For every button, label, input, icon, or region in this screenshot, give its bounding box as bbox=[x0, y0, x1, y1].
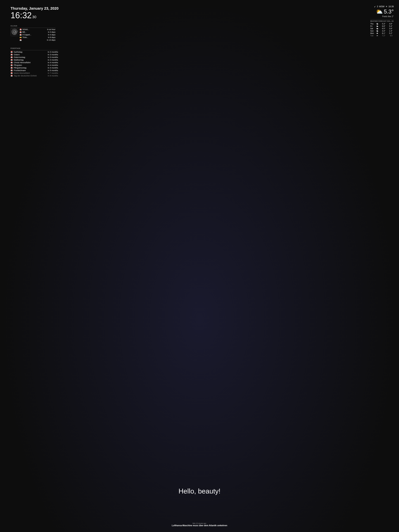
icloud-section: ICLOUD bbox=[11, 25, 55, 42]
forecast-high: 5.3° bbox=[382, 23, 385, 25]
icloud-item-time: In 13 days bbox=[47, 39, 55, 41]
forecast-low: 5.4° bbox=[389, 25, 393, 27]
feiertage-item: 📅 Mariä Himmelfahrt In 7 months bbox=[11, 72, 58, 74]
weather-temp-large: ⛅ 5.3° bbox=[370, 8, 394, 15]
forecast-row: Fri 🌥 6.8° 5.4° bbox=[370, 25, 394, 27]
forecast-high: 6.5° bbox=[382, 27, 385, 30]
forecast-day: Fri bbox=[370, 25, 372, 27]
icloud-item-left: 📅 Bill... bbox=[19, 31, 47, 33]
feiertage-item-left: 📅 Pfingsten bbox=[11, 64, 22, 66]
forecast-icon: 🌥 bbox=[376, 25, 378, 27]
feiertage-item-name: Pfingstmontag bbox=[14, 67, 26, 69]
feiertage-item-time: In 7 months bbox=[48, 72, 58, 74]
feiertage-items: 📅 Karfreitag In 3 months 📅 Ostern In 3 m… bbox=[11, 50, 58, 77]
feiertage-item-name: Ostermontag bbox=[14, 56, 25, 58]
forecast-low: 4.5 bbox=[390, 35, 393, 37]
icloud-item: 📅 Bill... In 3 days bbox=[19, 31, 55, 33]
calendar-icon: 📅 bbox=[11, 59, 13, 61]
weather-widget: ➹ 3 WSW ☀ 16:39 ⛅ 5.3° Feels like 2° WEA… bbox=[370, 5, 394, 37]
news-source: Welt, 32 minutes ago: bbox=[40, 522, 359, 524]
feiertage-item-name: Christi Himmelfahrt bbox=[14, 61, 31, 63]
forecast-title: WEATHER FORECAST KIEL, DE bbox=[370, 20, 394, 22]
forecast-row: Tue 🌧 7.2° 4.5 bbox=[370, 35, 394, 37]
calendar-icon: 📅 bbox=[11, 56, 13, 58]
forecast-day: Tue bbox=[370, 35, 374, 37]
icloud-album-art bbox=[11, 28, 19, 36]
feiertage-item-left: 📅 Ostermontag bbox=[11, 56, 25, 58]
forecast-day: Sun bbox=[370, 30, 374, 32]
feiertage-section: FEIERTAGE 📅 Karfreitag In 3 months 📅 Ost… bbox=[11, 48, 58, 77]
weather-forecast: WEATHER FORECAST KIEL, DE Thu 🌥 5.3° 4.6… bbox=[370, 19, 394, 37]
feiertage-item-left: 📅 Christi Himmelfahrt bbox=[11, 61, 31, 63]
time-display: 16:3230 bbox=[11, 11, 59, 19]
forecast-day: Sat bbox=[370, 27, 373, 30]
feiertage-item-time: In 4 months bbox=[48, 67, 58, 69]
calendar-icon: 📅 bbox=[11, 64, 13, 66]
hello-text: Hello, beauty! bbox=[178, 487, 221, 495]
feiertage-item-time: In 4 months bbox=[48, 61, 58, 63]
icloud-item: 📅 In 13 days bbox=[19, 39, 55, 41]
feiertage-item: 📅 Tag der deutschen Einheit In 8 months bbox=[11, 75, 58, 77]
feiertage-item-name: Mariä Himmelfahrt bbox=[14, 72, 30, 74]
icloud-items: 📅 Schnit... In an hour 📅 Bill... In 3 da… bbox=[11, 28, 55, 42]
weather-current-row: ➹ 3 WSW ☀ 16:39 bbox=[370, 5, 394, 8]
icloud-item-left: 🎫 Ticke... bbox=[19, 36, 47, 38]
forecast-high: 8.1° bbox=[382, 32, 385, 34]
forecast-row: Thu 🌥 5.3° 4.6° bbox=[370, 23, 394, 25]
forecast-icon: 🌥 bbox=[376, 23, 378, 25]
calendar-icon: 📅 bbox=[11, 75, 13, 77]
icloud-item: 📅 d Cappel... In 4 days bbox=[19, 34, 55, 36]
forecast-high: 6.8° bbox=[382, 25, 385, 27]
feiertage-item: 📅 Pfingsten In 4 months bbox=[11, 64, 58, 66]
calendar-icon: 📅 bbox=[19, 31, 22, 33]
current-temp: 5.3° bbox=[384, 8, 394, 15]
calendar-icon: 📅 bbox=[11, 51, 13, 53]
icloud-item-name: Bill... bbox=[22, 31, 26, 33]
feiertage-item: 📅 Christi Himmelfahrt In 4 months bbox=[11, 61, 58, 63]
feiertage-item: 📅 Karfreitag In 3 months bbox=[11, 51, 58, 53]
icloud-item-left: 📅 Schnit... bbox=[19, 28, 46, 31]
forecast-row: Sun 🌥 4.4° 1.3° bbox=[370, 30, 394, 32]
icloud-item-time: In 3 days bbox=[48, 31, 55, 33]
forecast-low: 5.2° bbox=[389, 32, 393, 34]
forecast-icon: 🌥 bbox=[376, 27, 378, 30]
forecast-icon: 🌧 bbox=[376, 32, 378, 34]
feiertage-title: FEIERTAGE bbox=[11, 48, 58, 49]
forecast-high: 7.2° bbox=[382, 35, 385, 37]
cloud-icon: ⛅ bbox=[376, 8, 383, 15]
icloud-item: 🎫 Ticke... In 8 days bbox=[19, 36, 55, 38]
forecast-row: Mon 🌧 8.1° 5.2° bbox=[370, 32, 394, 34]
feiertage-item-left: 📅 Fronleichnam bbox=[11, 69, 26, 71]
feiertage-item-time: In 3 months bbox=[48, 51, 58, 53]
news-headline: Lufthansa-Maschine muss über dem Atlanti… bbox=[40, 524, 359, 527]
forecast-icon: 🌥 bbox=[376, 30, 378, 32]
icloud-item-name: d Cappel... bbox=[22, 34, 32, 36]
forecast-low: 3.9° bbox=[389, 27, 393, 30]
feiertage-item-time: In 4 months bbox=[48, 64, 58, 66]
forecast-icon: 🌧 bbox=[376, 35, 378, 37]
feiertage-item-left: 📅 Ostern bbox=[11, 53, 20, 56]
forecast-low: 1.3° bbox=[389, 30, 393, 32]
feiertage-item: 📅 Maifeiertag In 3 months bbox=[11, 59, 58, 61]
feiertage-item-name: Fronleichnam bbox=[14, 69, 26, 71]
feiertage-item-name: Karfreitag bbox=[14, 51, 22, 53]
feiertage-item-left: 📅 Maifeiertag bbox=[11, 59, 24, 61]
icloud-item-name: Schnit... bbox=[22, 28, 29, 31]
sun-icon: ☀ bbox=[386, 5, 387, 8]
feiertage-item: 📅 Fronleichnam In 5 months bbox=[11, 69, 58, 71]
forecast-day: Mon bbox=[370, 32, 374, 34]
icloud-item-time: In an hour bbox=[47, 28, 55, 31]
calendar-icon: 📅 bbox=[11, 67, 13, 69]
feiertage-item-name: Pfingsten bbox=[14, 64, 22, 66]
calendar-icon: 📅 bbox=[19, 34, 22, 36]
icloud-title: ICLOUD bbox=[11, 25, 55, 27]
feiertage-item-time: In 5 months bbox=[48, 69, 58, 71]
feiertage-item: 📅 Ostern In 3 months bbox=[11, 53, 58, 56]
feiertage-item-time: In 3 months bbox=[48, 53, 58, 56]
screen: Thursday, January 23, 2020 16:3230 ➹ 3 W… bbox=[0, 0, 399, 532]
icloud-item-name: Ticke... bbox=[22, 36, 28, 38]
icloud-item-left: 📅 d Cappel... bbox=[19, 34, 47, 36]
feiertage-item: 📅 Pfingstmontag In 4 months bbox=[11, 67, 58, 69]
wind-icon: ➹ bbox=[374, 5, 376, 8]
feiertage-item-left: 📅 Tag der deutschen Einheit bbox=[11, 75, 37, 77]
